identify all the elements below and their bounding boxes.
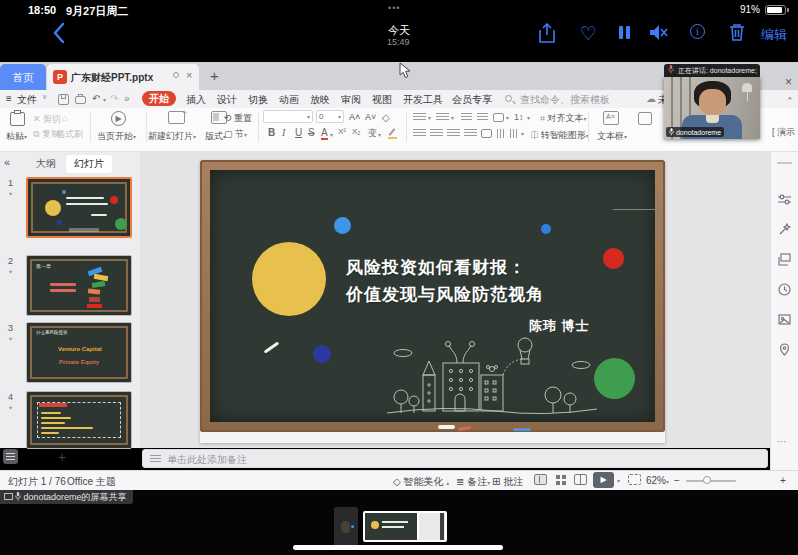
info-icon[interactable]: i	[690, 24, 705, 39]
ribbon-tab-transition[interactable]: 切换	[248, 93, 268, 107]
mute-icon[interactable]	[649, 24, 669, 41]
menu-file[interactable]: 文件	[17, 93, 37, 107]
layout-button[interactable]: 版式▾	[205, 130, 226, 143]
ribbon-tab-design[interactable]: 设计	[217, 93, 237, 107]
image-edit-icon[interactable]	[778, 313, 791, 326]
pin-icon[interactable]	[173, 72, 179, 78]
clear-format-icon[interactable]: ◇	[382, 112, 390, 123]
ribbon-tab-member[interactable]: 会员专享	[452, 93, 492, 107]
align-text-button[interactable]: ⌗ 对齐文本▾	[540, 112, 587, 125]
distribute-icon[interactable]	[481, 129, 492, 138]
outdent-icon[interactable]	[461, 113, 472, 122]
layers-icon[interactable]	[778, 253, 791, 266]
notes-bar[interactable]: 单击此处添加备注	[142, 449, 768, 468]
zoom-out-button[interactable]: −	[674, 475, 680, 486]
collapse-panel-button[interactable]: «	[4, 156, 10, 168]
ribbon-tab-insert[interactable]: 插入	[186, 93, 206, 107]
theme-name[interactable]: Office 主题	[67, 475, 116, 489]
font-color-button[interactable]: A	[321, 127, 328, 140]
timer-icon[interactable]	[778, 283, 791, 296]
underline-button[interactable]: U	[295, 127, 302, 138]
tab-outline[interactable]: 大纲	[36, 157, 56, 171]
location-pin-icon[interactable]	[778, 343, 791, 356]
columns2-icon[interactable]	[510, 129, 519, 138]
add-slide-button[interactable]: +	[58, 449, 66, 465]
align-left-icon[interactable]	[413, 129, 426, 138]
slide-title-line1[interactable]: 风险投资如何看财报：	[346, 256, 526, 279]
font-family-select[interactable]: ▾	[263, 110, 313, 123]
play-caret-icon[interactable]: ▾	[617, 477, 620, 484]
undo-icon[interactable]: ↶	[92, 93, 100, 104]
section-button[interactable]: ▢ 节▾	[224, 128, 247, 141]
hamburger-icon[interactable]: ≡	[6, 93, 12, 104]
slide-thumbnail-3[interactable]: 什么是风险投资 Venture Capital Private Equity	[26, 322, 132, 383]
highlight-pen-icon[interactable]	[388, 128, 397, 137]
tab-document[interactable]: P 广东财经PPT.pptx ×	[47, 64, 199, 90]
superscript-button[interactable]: X²	[338, 127, 346, 136]
bullet-list-icon[interactable]	[413, 113, 426, 122]
rail-handle[interactable]	[777, 162, 792, 164]
search-input[interactable]: 查找命令、搜索模板	[520, 93, 610, 107]
new-slide-button[interactable]: 新建幻灯片▾	[148, 130, 196, 143]
format-painter-icon[interactable]: ⌂	[62, 113, 67, 123]
print-icon[interactable]	[75, 96, 86, 104]
save-icon[interactable]	[58, 94, 69, 105]
new-slide-icon[interactable]: +	[168, 111, 185, 124]
notes-list-icon[interactable]	[3, 449, 18, 464]
columns-icon[interactable]	[497, 129, 506, 138]
notes-toggle-button[interactable]: ≣ 备注▾	[456, 475, 490, 489]
subscript-button[interactable]: X₂	[352, 127, 360, 136]
window-close-icon[interactable]: ×	[785, 75, 792, 89]
ribbon-tab-start[interactable]: 开始	[142, 91, 176, 106]
beautify-button[interactable]: ◇ 智能美化 ▴	[393, 475, 449, 489]
slide-thumbnail-1[interactable]	[26, 177, 132, 238]
zoom-in-button[interactable]: +	[780, 475, 786, 486]
home-indicator[interactable]	[293, 545, 503, 550]
meeting-video[interactable]: donotadoreme	[664, 77, 760, 139]
play-current-icon[interactable]: ▶	[111, 111, 126, 126]
cut-button[interactable]: ✕ 剪切	[33, 113, 61, 126]
textbox-icon[interactable]: A≡	[603, 111, 619, 125]
increase-font-icon[interactable]: A˄	[349, 112, 360, 122]
ribbon-tab-slideshow[interactable]: 放映	[310, 93, 330, 107]
text-effect-button[interactable]: 变	[368, 127, 377, 140]
normal-view-icon[interactable]	[534, 474, 547, 485]
pause-icon[interactable]	[619, 25, 630, 43]
reset-button[interactable]: ⟲ 重置	[224, 112, 252, 125]
comments-button[interactable]: ⊞ 批注	[492, 475, 523, 489]
fit-slide-icon[interactable]	[628, 474, 641, 485]
properties-sliders-icon[interactable]	[778, 193, 791, 206]
edit-button[interactable]: 编辑	[761, 26, 787, 44]
ribbon-tab-review[interactable]: 审阅	[341, 93, 361, 107]
bold-button[interactable]: B	[268, 127, 275, 138]
filmstrip-clip-1[interactable]	[334, 507, 358, 547]
numbered-list-icon[interactable]	[436, 113, 449, 122]
font-size-select[interactable]: 0▾	[316, 110, 344, 123]
slide-title-line2[interactable]: 价值发现与风险防范视角	[346, 283, 544, 306]
italic-button[interactable]: I	[282, 127, 285, 138]
present-button-partial[interactable]: [ 演示	[772, 126, 795, 139]
tab-home[interactable]: 首页	[0, 64, 46, 90]
slide-thumbnail-2[interactable]: 第一章	[26, 255, 132, 316]
line-spacing-icon[interactable]: 1↕	[514, 112, 524, 122]
play-current-button[interactable]: 当页开始▾	[97, 130, 136, 143]
align-right-icon[interactable]	[447, 129, 460, 138]
favorite-heart-icon[interactable]: ♡	[580, 22, 597, 45]
align-center-icon[interactable]	[430, 129, 443, 138]
paste-icon[interactable]	[10, 112, 25, 126]
slide-editor[interactable]: 风险投资如何看财报： 价值发现与风险防范视角 陈玮 博士	[200, 160, 665, 443]
paste-button[interactable]: 粘贴▾	[6, 130, 27, 143]
ribbon-tab-animation[interactable]: 动画	[279, 93, 299, 107]
shape-icon[interactable]	[638, 112, 652, 125]
zoom-slider-track[interactable]	[686, 480, 736, 482]
textbox-button[interactable]: 文本框▾	[597, 130, 627, 143]
slide-thumbnail-4[interactable]	[26, 391, 132, 449]
quickbar-more[interactable]: »	[124, 93, 130, 104]
effects-wand-icon[interactable]	[778, 223, 791, 236]
ribbon-tab-devtools[interactable]: 开发工具	[403, 93, 443, 107]
text-direction-icon[interactable]	[493, 113, 504, 122]
zoom-slider-knob[interactable]	[703, 476, 711, 484]
slide-sorter-icon[interactable]	[556, 475, 560, 479]
filmstrip-current-frame[interactable]	[363, 511, 447, 542]
new-tab-button[interactable]: +	[210, 67, 219, 84]
